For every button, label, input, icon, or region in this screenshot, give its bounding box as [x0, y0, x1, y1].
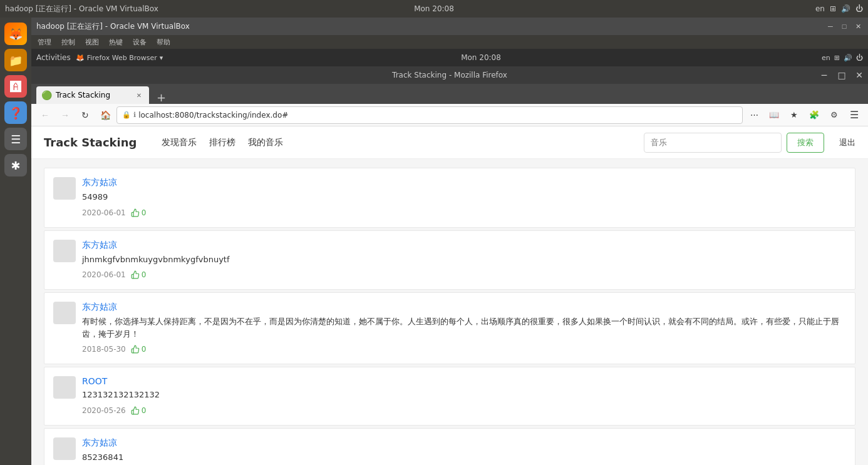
taskbar-power-icon: ⏻ [856, 54, 863, 62]
reload-button[interactable]: ↻ [76, 106, 94, 124]
comment-avatar [53, 437, 76, 460]
sidebar-icon-software[interactable]: 🅰 [4, 75, 27, 98]
comment-author[interactable]: 东方姑凉 [82, 240, 846, 251]
tab-track-stacking[interactable]: 🟢 Track Stacking ✕ [36, 86, 149, 104]
firefox-taskbar-icon: 🦊 [76, 54, 85, 62]
extensions-button[interactable]: 🧩 [805, 106, 823, 124]
security-icon: 🔒 [122, 111, 131, 119]
vbox-menu-hotkey[interactable]: 热键 [105, 36, 127, 48]
firefox-window-title: Track Stacking - Mozilla Firefox [392, 71, 507, 79]
vbox-menu-devices[interactable]: 设备 [129, 36, 150, 48]
os-sound-icon: 🔊 [841, 4, 850, 13]
comment-avatar [53, 240, 76, 262]
comment-footer: 2020-06-01 0 [82, 208, 846, 217]
back-button[interactable]: ← [36, 106, 54, 124]
comment-text: 85236841 [82, 451, 846, 464]
vbox-maximize-button[interactable]: □ [839, 21, 849, 31]
firefox-maximize-button[interactable]: □ [833, 66, 850, 84]
taskbar-right: en ⊞ 🔊 ⏻ [822, 54, 863, 62]
bookmark-star-button[interactable]: ★ [785, 106, 803, 124]
reader-mode-button[interactable]: 📖 [765, 106, 783, 124]
firefox-win-controls: ─ □ ✕ [815, 66, 868, 84]
menu-button[interactable]: ☰ [845, 106, 863, 124]
taskbar-network-icon: ⊞ [834, 54, 840, 62]
firefox-tabs: 🟢 Track Stacking ✕ + [31, 84, 868, 104]
web-logo: Track Stacking [44, 136, 137, 149]
firefox-minimize-button[interactable]: ─ [815, 66, 833, 84]
vbox-title: hadoop [正在运行] - Oracle VM VirtualBox [36, 21, 190, 32]
taskbar-firefox[interactable]: 🦊 Firefox Web Browser ▾ [76, 54, 163, 62]
sidebar-icon-settings[interactable]: ✱ [4, 154, 27, 176]
vbox-titlebar-buttons: ─ □ ✕ [825, 21, 863, 31]
comment-header: ROOT 123132132132132 2020-05-26 0 [53, 376, 846, 415]
home-button[interactable]: 🏠 [96, 106, 114, 124]
webpage: Track Stacking 发现音乐 排行榜 我的音乐 搜索 退出 东方姑凉 … [31, 126, 868, 465]
comment-card: 东方姑凉 54989 2020-06-01 0 [44, 168, 855, 228]
nav-charts[interactable]: 排行榜 [209, 137, 235, 148]
web-header: Track Stacking 发现音乐 排行榜 我的音乐 搜索 退出 [31, 126, 868, 159]
os-lang: en [815, 4, 825, 13]
vbox-menu-manage[interactable]: 管理 [34, 36, 55, 48]
tab-label: Track Stacking [56, 91, 110, 100]
nav-my-music[interactable]: 我的音乐 [248, 137, 283, 148]
vbox-menu-help[interactable]: 帮助 [153, 36, 174, 48]
tab-favicon: 🟢 [41, 90, 52, 100]
comment-author[interactable]: 东方姑凉 [82, 302, 846, 313]
vbox-menu: 管理 控制 视图 热键 设备 帮助 [31, 35, 868, 49]
firefox-close-button[interactable]: ✕ [850, 66, 868, 84]
address-bar[interactable]: 🔒 ℹ localhost:8080/trackstacking/index.d… [116, 106, 743, 124]
firefox-taskbar-arrow: ▾ [160, 54, 163, 62]
sidebar-icon-files[interactable]: 📁 [4, 49, 27, 71]
comment-card: ROOT 123132132132132 2020-05-26 0 [44, 367, 855, 426]
comment-author[interactable]: 东方姑凉 [82, 437, 846, 449]
taskbar-clock: Mon 20:08 [461, 53, 501, 62]
firefox-titlebar: Track Stacking - Mozilla Firefox ─ □ ✕ [31, 66, 868, 84]
tab-close-button[interactable]: ✕ [134, 90, 144, 100]
bookmarks-button[interactable]: ⋯ [745, 106, 763, 124]
new-tab-button[interactable]: + [153, 91, 170, 104]
vbox-menu-view[interactable]: 视图 [81, 36, 103, 48]
os-topbar-clock: Mon 20:08 [414, 4, 454, 13]
address-secure-icon: ℹ [133, 111, 136, 119]
search-input[interactable] [644, 133, 782, 153]
comment-card: 东方姑凉 jhnmkgfvbnmkuygvbnmkygfvbnuytf 2020… [44, 230, 855, 290]
comment-body: 东方姑凉 54989 2020-06-01 0 [82, 177, 846, 217]
comment-avatar [53, 177, 76, 200]
comment-footer: 2020-05-26 0 [82, 406, 846, 415]
firefox-toolbar-right: ⋯ 📖 ★ 🧩 ⚙ ☰ [745, 106, 863, 124]
comment-like-button[interactable]: 0 [131, 270, 147, 279]
ubuntu-taskbar: Activities 🦊 Firefox Web Browser ▾ Mon 2… [31, 49, 868, 66]
comment-author[interactable]: ROOT [82, 376, 846, 386]
os-topbar-left: hadoop [正在运行] - Oracle VM VirtualBox [5, 4, 158, 14]
comment-text: 54989 [82, 191, 846, 203]
os-topbar: hadoop [正在运行] - Oracle VM VirtualBox Mon… [0, 0, 868, 18]
comment-like-button[interactable]: 0 [131, 345, 147, 354]
comment-like-button[interactable]: 0 [131, 406, 147, 415]
comment-author[interactable]: 东方姑凉 [82, 177, 846, 188]
forward-button[interactable]: → [56, 106, 74, 124]
logout-button[interactable]: 退出 [839, 137, 855, 148]
taskbar-lang: en [822, 54, 830, 62]
comment-like-button[interactable]: 0 [131, 208, 147, 217]
search-button[interactable]: 搜索 [787, 133, 824, 153]
comments-list: 东方姑凉 54989 2020-06-01 0 东方姑凉 [31, 159, 868, 465]
vbox-menu-control[interactable]: 控制 [58, 36, 79, 48]
comment-header: 东方姑凉 85236841 2020-06-01 0 [53, 437, 846, 466]
sidebar-icon-firefox[interactable]: 🦊 [4, 23, 27, 45]
comment-text: 123132132132132 [82, 389, 846, 401]
sidebar-icon-lines[interactable]: ☰ [4, 128, 27, 150]
comment-body: 东方姑凉 有时候，你选择与某人保持距离，不是因为不在乎，而是因为你清楚的知道，她… [82, 302, 846, 354]
firefox-toolbar: ← → ↻ 🏠 🔒 ℹ localhost:8080/trackstacking… [31, 104, 868, 126]
nav-discover[interactable]: 发现音乐 [162, 137, 197, 148]
comment-header: 东方姑凉 有时候，你选择与某人保持距离，不是因为不在乎，而是因为你清楚的知道，她… [53, 302, 846, 354]
sync-button[interactable]: ⚙ [825, 106, 843, 124]
comment-body: 东方姑凉 85236841 2020-06-01 0 [82, 437, 846, 466]
comment-avatar [53, 302, 76, 324]
sidebar-icon-help[interactable]: ❓ [4, 101, 27, 124]
comment-footer: 2018-05-30 0 [82, 345, 846, 354]
comment-date: 2020-06-01 [82, 208, 126, 217]
vbox-minimize-button[interactable]: ─ [825, 21, 835, 31]
vbox-close-button[interactable]: ✕ [853, 21, 863, 31]
app-sidebar: 🦊 📁 🅰 ❓ ☰ ✱ [0, 18, 31, 465]
taskbar-activities[interactable]: Activities [36, 53, 71, 62]
